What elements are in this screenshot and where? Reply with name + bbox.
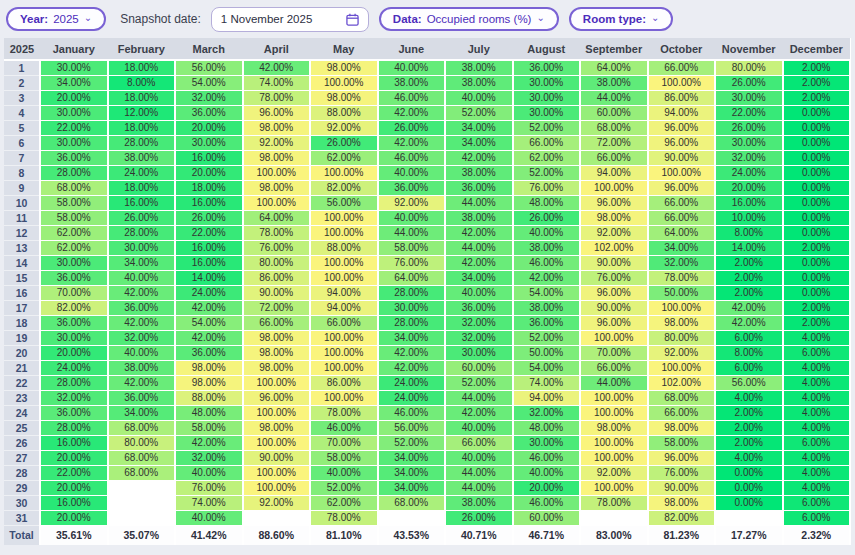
heat-cell: 74.00%	[513, 375, 581, 390]
heat-cell: 30.00%	[513, 90, 581, 105]
heat-cell: 96.00%	[648, 180, 716, 195]
heat-cell: 34.00%	[40, 75, 108, 90]
heat-cell: 52.00%	[513, 165, 581, 180]
heat-cell: 100.00%	[243, 435, 311, 450]
table-row: 828.00%24.00%20.00%100.00%100.00%40.00%3…	[4, 165, 850, 180]
heat-cell: 100.00%	[580, 180, 648, 195]
heat-cell: 82.00%	[310, 180, 378, 195]
heat-cell: 42.00%	[175, 435, 243, 450]
heat-cell: 30.00%	[715, 135, 783, 150]
heat-cell: 12.00%	[108, 105, 176, 120]
room-type-dropdown[interactable]: Room type: ⌄	[569, 7, 674, 31]
table-row: 2822.00%68.00%40.00%100.00%40.00%34.00%4…	[4, 465, 850, 480]
heat-cell: 60.00%	[445, 360, 513, 375]
heat-cell: 98.00%	[175, 360, 243, 375]
heat-cell: 96.00%	[580, 195, 648, 210]
heat-cell: 66.00%	[445, 435, 513, 450]
heat-cell: 42.00%	[715, 300, 783, 315]
heat-cell: 2.00%	[715, 420, 783, 435]
data-dropdown[interactable]: Data: Occupied rooms (%) ⌄	[379, 7, 559, 31]
snapshot-date-input[interactable]: 1 November 2025	[211, 7, 369, 32]
heat-cell: 2.00%	[715, 435, 783, 450]
heat-cell: 82.00%	[40, 300, 108, 315]
table-row: 2436.00%34.00%48.00%100.00%78.00%46.00%4…	[4, 405, 850, 420]
month-header: July	[445, 38, 513, 60]
heat-cell: 18.00%	[108, 120, 176, 135]
heat-cell: 40.00%	[513, 465, 581, 480]
heat-cell: 30.00%	[40, 105, 108, 120]
heat-cell: 0.00%	[783, 270, 851, 285]
heat-cell: 24.00%	[715, 165, 783, 180]
heat-cell: 34.00%	[108, 255, 176, 270]
heat-cell: 2.00%	[715, 285, 783, 300]
heat-cell: 20.00%	[40, 345, 108, 360]
heat-cell: 100.00%	[648, 75, 716, 90]
heat-cell: 16.00%	[175, 255, 243, 270]
day-label: 10	[4, 195, 40, 210]
heat-cell: 94.00%	[513, 390, 581, 405]
occupancy-heatmap: 2025JanuaryFebruaryMarchAprilMayJuneJuly…	[4, 38, 851, 545]
heat-cell: 36.00%	[108, 300, 176, 315]
month-header: June	[378, 38, 446, 60]
table-row: 1058.00%16.00%16.00%100.00%56.00%92.00%4…	[4, 195, 850, 210]
heat-cell: 38.00%	[445, 495, 513, 510]
calendar-icon[interactable]	[346, 13, 359, 26]
year-dropdown-label: Year:	[20, 13, 48, 25]
heat-cell: 40.00%	[108, 345, 176, 360]
heat-cell: 64.00%	[378, 270, 446, 285]
heat-cell: 34.00%	[445, 120, 513, 135]
month-header: May	[310, 38, 378, 60]
heat-cell: 26.00%	[445, 510, 513, 525]
total-cell: 17.27%	[715, 525, 783, 545]
heat-cell: 50.00%	[513, 345, 581, 360]
heat-cell: 40.00%	[378, 165, 446, 180]
table-row: 1362.00%30.00%16.00%76.00%88.00%58.00%44…	[4, 240, 850, 255]
heat-cell: 94.00%	[310, 300, 378, 315]
table-row: 2616.00%80.00%42.00%100.00%70.00%52.00%6…	[4, 435, 850, 450]
heat-cell: 90.00%	[648, 480, 716, 495]
heat-cell: 22.00%	[175, 225, 243, 240]
year-dropdown[interactable]: Year: 2025 ⌄	[6, 7, 106, 31]
day-label: 20	[4, 345, 40, 360]
heat-cell: 60.00%	[513, 510, 581, 525]
total-cell: 35.07%	[108, 525, 176, 545]
heat-cell: 68.00%	[580, 120, 648, 135]
heat-cell: 90.00%	[580, 255, 648, 270]
heat-cell: 0.00%	[783, 105, 851, 120]
day-label: 16	[4, 285, 40, 300]
table-row: 1782.00%36.00%42.00%72.00%94.00%30.00%36…	[4, 300, 850, 315]
heat-cell: 40.00%	[175, 510, 243, 525]
table-row: 2020.00%40.00%36.00%98.00%100.00%42.00%3…	[4, 345, 850, 360]
heat-cell: 58.00%	[648, 435, 716, 450]
day-label: 18	[4, 315, 40, 330]
heat-cell: 96.00%	[243, 105, 311, 120]
heat-cell: 66.00%	[648, 210, 716, 225]
heat-cell: 96.00%	[648, 120, 716, 135]
heat-cell: 46.00%	[513, 450, 581, 465]
heat-cell: 2.00%	[783, 300, 851, 315]
heat-cell: 70.00%	[310, 435, 378, 450]
heat-cell: 32.00%	[715, 150, 783, 165]
heat-cell: 90.00%	[243, 285, 311, 300]
heat-cell: 40.00%	[445, 90, 513, 105]
heat-cell: 38.00%	[108, 150, 176, 165]
heat-cell: 30.00%	[513, 435, 581, 450]
heat-cell: 96.00%	[648, 450, 716, 465]
heat-cell: 42.00%	[108, 315, 176, 330]
heat-cell: 46.00%	[378, 90, 446, 105]
heat-cell: 40.00%	[445, 420, 513, 435]
room-type-dropdown-label: Room type:	[583, 13, 646, 25]
heat-cell: 36.00%	[40, 270, 108, 285]
filter-toolbar: Year: 2025 ⌄ Snapshot date: 1 November 2…	[0, 0, 855, 38]
table-row: 1670.00%42.00%24.00%90.00%94.00%28.00%40…	[4, 285, 850, 300]
heat-cell: 76.00%	[378, 255, 446, 270]
heat-cell: 4.00%	[783, 420, 851, 435]
table-row: 1836.00%42.00%54.00%66.00%66.00%28.00%32…	[4, 315, 850, 330]
heat-cell: 100.00%	[310, 225, 378, 240]
heat-cell: 56.00%	[310, 195, 378, 210]
heat-cell: 20.00%	[513, 480, 581, 495]
heat-cell: 66.00%	[580, 360, 648, 375]
day-label: 5	[4, 120, 40, 135]
month-header: October	[648, 38, 716, 60]
heat-cell: 44.00%	[445, 465, 513, 480]
